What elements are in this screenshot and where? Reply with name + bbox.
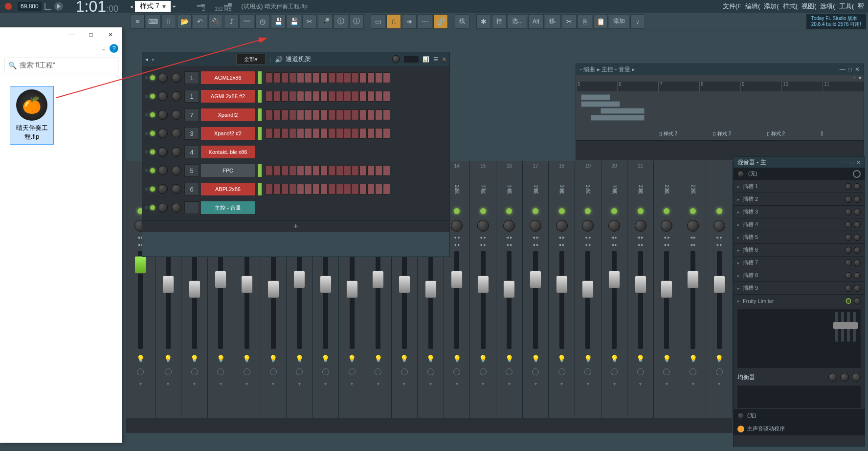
fx-enable-icon[interactable]: 💡 xyxy=(190,355,199,363)
fx-enable-icon[interactable]: 💡 xyxy=(243,355,251,363)
track-delay-icon[interactable] xyxy=(375,368,381,375)
channel-name-button[interactable]: Xpand!2 xyxy=(201,108,255,121)
track-enable-led[interactable] xyxy=(480,208,486,214)
step-button[interactable] xyxy=(367,165,375,176)
track-label[interactable]: 插入18 xyxy=(611,173,618,202)
fx-mix-knob[interactable] xyxy=(854,298,861,304)
step-button[interactable] xyxy=(266,128,273,139)
stereo-sep-icon[interactable]: ◂ ▸ xyxy=(533,242,539,247)
channel-name-button[interactable]: 主控 - 音量 xyxy=(201,201,255,214)
channel-pan-knob[interactable] xyxy=(158,166,168,175)
step-button[interactable] xyxy=(273,128,281,139)
forward-icon[interactable]: ▸ xyxy=(152,56,155,63)
track-delay-icon[interactable] xyxy=(270,368,277,375)
slot-mix-knob[interactable] xyxy=(854,259,861,266)
slot-enable-knob[interactable] xyxy=(845,259,852,266)
mixer-track[interactable]: 20 插入18 ◂ ▸ ◂ ▸ 💡 ▾ xyxy=(601,161,628,418)
step-button[interactable] xyxy=(281,109,289,120)
fx-enable-icon[interactable]: 💡 xyxy=(557,355,566,363)
step-button[interactable] xyxy=(336,184,343,194)
step-button[interactable] xyxy=(266,72,273,83)
input-selector[interactable]: (无) xyxy=(734,168,865,180)
track-enable-led[interactable] xyxy=(638,208,644,214)
step-button[interactable] xyxy=(289,109,296,120)
track-enable-led[interactable] xyxy=(559,208,565,214)
volume-fader[interactable] xyxy=(661,280,672,298)
step-button[interactable] xyxy=(344,128,351,139)
step-button[interactable] xyxy=(305,184,312,194)
volume-fader[interactable] xyxy=(477,276,489,293)
arrow-down-icon[interactable]: ▾ xyxy=(666,381,668,387)
channel-vol-knob[interactable] xyxy=(172,73,181,83)
step-button[interactable] xyxy=(312,109,320,120)
stereo-sep-icon[interactable]: ◂ ▸ xyxy=(506,242,512,247)
arrow-down-icon[interactable]: ▾ xyxy=(587,381,589,387)
slot-enable-knob[interactable] xyxy=(845,196,852,203)
volume-fader[interactable] xyxy=(399,276,410,293)
slot-enable-knob[interactable] xyxy=(845,183,852,190)
step-button[interactable] xyxy=(352,165,359,176)
track-delay-icon[interactable] xyxy=(453,368,460,375)
tool-add-channel[interactable]: 添加 xyxy=(609,14,629,29)
snap-line[interactable]: 线 xyxy=(455,14,469,29)
track-delay-icon[interactable] xyxy=(217,368,224,375)
fx-slot-empty[interactable]: ▸插槽 6 xyxy=(734,244,865,257)
minimize-button[interactable]: — xyxy=(62,29,81,41)
stereo-sep-icon[interactable]: ◂ ▸ xyxy=(585,235,591,240)
audio-driver[interactable]: 主声音驱动程序 xyxy=(734,422,865,435)
step-button[interactable] xyxy=(297,165,304,176)
back-icon[interactable]: ◂ xyxy=(145,56,148,63)
tool-alt[interactable]: Alt xyxy=(528,14,544,29)
step-button[interactable] xyxy=(367,91,375,102)
eq-knob-2[interactable] xyxy=(840,373,849,382)
fx-slot-empty[interactable]: ▸插槽 8 xyxy=(734,269,865,282)
step-button[interactable] xyxy=(266,165,273,176)
channel-pan-knob[interactable] xyxy=(158,110,168,120)
volume-fader[interactable] xyxy=(134,256,146,274)
volume-fader[interactable] xyxy=(241,276,253,293)
fx-enable-icon[interactable]: 💡 xyxy=(164,355,172,363)
step-button[interactable] xyxy=(273,91,281,102)
track-enable-led[interactable] xyxy=(506,208,512,214)
channel-mixer-route[interactable]: 5 xyxy=(184,164,199,177)
tool-loop-icon[interactable]: ➜ xyxy=(402,14,417,29)
maximize-icon[interactable]: □ xyxy=(848,66,852,73)
arrow-down-icon[interactable]: ▾ xyxy=(403,381,405,387)
step-button[interactable] xyxy=(297,91,304,102)
eq-display[interactable] xyxy=(737,386,861,408)
playlist-plus-icon[interactable]: + xyxy=(853,75,856,82)
slot-mix-knob[interactable] xyxy=(854,285,861,292)
step-button[interactable] xyxy=(273,184,281,194)
fx-enable-icon[interactable]: 💡 xyxy=(689,355,697,363)
tool-open-icon[interactable]: 📂 xyxy=(177,14,192,29)
channel-mute-led[interactable] xyxy=(150,112,155,117)
step-button[interactable] xyxy=(359,72,367,83)
step-button[interactable] xyxy=(352,91,359,102)
fx-enable-icon[interactable]: 💡 xyxy=(400,355,408,363)
mixer-track[interactable]: 21 插入19 ◂ ▸ ◂ ▸ 💡 ▾ xyxy=(627,161,654,418)
track-pan-knob[interactable] xyxy=(530,220,541,232)
stereo-sep-icon[interactable]: ◂ ▸ xyxy=(690,235,696,240)
step-button[interactable] xyxy=(359,91,367,102)
track-delay-icon[interactable] xyxy=(663,368,670,375)
volume-fader[interactable] xyxy=(425,280,437,298)
menu-edit[interactable]: 编辑( xyxy=(743,0,762,13)
help-icon[interactable]: ? xyxy=(110,44,118,53)
step-button[interactable] xyxy=(328,72,335,83)
track-delay-icon[interactable] xyxy=(611,368,618,375)
arrow-down-icon[interactable]: ▾ xyxy=(692,381,694,387)
volume-fader[interactable] xyxy=(162,276,174,293)
step-button[interactable] xyxy=(305,128,312,139)
step-button[interactable] xyxy=(281,91,289,102)
pattern-selector[interactable]: 样式 7▾ xyxy=(135,1,171,12)
maximize-icon[interactable]: □ xyxy=(850,159,853,166)
fx-enable-icon[interactable]: 💡 xyxy=(453,355,461,363)
step-button[interactable] xyxy=(289,184,296,194)
channel-vol-knob[interactable] xyxy=(172,129,181,138)
fx-slot-empty[interactable]: ▸插槽 2 xyxy=(734,193,865,206)
track-delay-icon[interactable] xyxy=(532,368,539,375)
tool-move[interactable]: 移. xyxy=(545,14,561,29)
step-button[interactable] xyxy=(344,165,351,176)
step-button[interactable] xyxy=(328,128,335,139)
tool-plug-icon[interactable]: 🔌 xyxy=(208,14,223,29)
